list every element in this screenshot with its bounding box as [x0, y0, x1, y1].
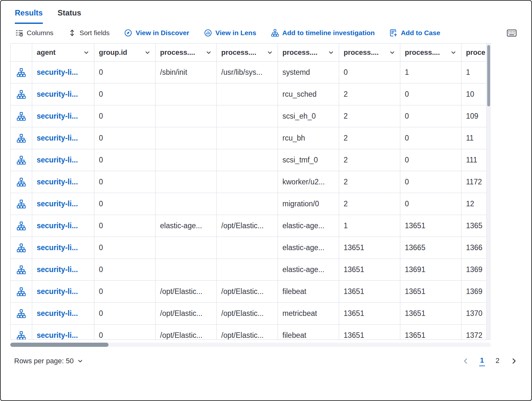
analyze-event-button[interactable]: [11, 149, 32, 171]
chevron-down-icon[interactable]: [205, 49, 212, 56]
tab-status[interactable]: Status: [58, 8, 81, 24]
column-header-label: agent: [37, 48, 56, 57]
agent-link[interactable]: security-li...: [32, 83, 94, 105]
grid-table: agentgroup.idprocess....process....proce…: [10, 43, 491, 340]
analyze-event-button[interactable]: [11, 259, 32, 281]
grid-cell: 2: [339, 193, 400, 215]
sort-fields-button[interactable]: Sort fields: [68, 29, 109, 37]
analyze-event-button[interactable]: [11, 215, 32, 237]
chevron-down-icon[interactable]: [144, 49, 151, 56]
column-header-process-4[interactable]: process....: [278, 44, 339, 62]
add-to-case-label: Add to Case: [401, 29, 441, 37]
analyze-event-icon: [17, 309, 26, 318]
horizontal-scrollbar[interactable]: [10, 343, 491, 347]
agent-link[interactable]: security-li...: [32, 237, 94, 259]
horizontal-scrollbar-thumb[interactable]: [10, 343, 109, 347]
agent-link[interactable]: security-li...: [32, 127, 94, 149]
analyze-event-button[interactable]: [11, 281, 32, 303]
grid-cell: 0: [400, 83, 461, 105]
grid-cell: 0: [94, 281, 156, 303]
agent-link[interactable]: security-li...: [32, 62, 94, 83]
table-row: security-li...0/opt/Elastic.../opt/Elast…: [11, 281, 491, 303]
previous-page-button[interactable]: [462, 357, 470, 365]
agent-link[interactable]: security-li...: [32, 303, 94, 325]
grid-header-row: agentgroup.idprocess....process....proce…: [11, 44, 491, 62]
table-row: security-li...0rcu_bh2011: [11, 127, 491, 149]
grid-cell: elastic-age...: [278, 259, 339, 281]
rows-per-page-button[interactable]: Rows per page: 50: [14, 357, 83, 365]
grid-cell: /usr/lib/sys...: [217, 62, 278, 83]
discover-icon: [124, 29, 132, 37]
grid-cell: [217, 105, 278, 127]
column-header-label: process....: [282, 48, 318, 57]
chevron-down-icon[interactable]: [328, 49, 334, 56]
agent-link[interactable]: security-li...: [32, 193, 94, 215]
grid-cell: 1: [400, 62, 461, 83]
vertical-scrollbar[interactable]: [486, 44, 491, 339]
table-row: security-li...0kworker/u2...201172: [11, 171, 491, 193]
table-row: security-li...0migration/02012: [11, 193, 491, 215]
grid-cell: [217, 259, 278, 281]
analyze-event-icon: [17, 178, 26, 187]
agent-link[interactable]: security-li...: [32, 105, 94, 127]
analyze-event-button[interactable]: [11, 193, 32, 215]
agent-link[interactable]: security-li...: [32, 259, 94, 281]
agent-link[interactable]: security-li...: [32, 171, 94, 193]
analyze-event-icon: [17, 200, 26, 209]
columns-button[interactable]: Columns: [15, 29, 53, 37]
column-header-process-2[interactable]: process....: [156, 44, 217, 62]
grid-cell: 13651: [339, 259, 400, 281]
agent-link[interactable]: security-li...: [32, 149, 94, 171]
analyze-event-button[interactable]: [11, 105, 32, 127]
analyze-event-icon: [17, 287, 26, 296]
header-corner-cell: [11, 44, 32, 62]
analyze-event-button[interactable]: [11, 303, 32, 325]
grid-cell: 13651: [400, 215, 461, 237]
next-page-button[interactable]: [510, 357, 518, 365]
column-header-process-6[interactable]: process....: [400, 44, 461, 62]
grid-cell: 0: [400, 193, 461, 215]
grid-cell: [156, 83, 217, 105]
grid-cell: 0: [94, 193, 156, 215]
column-header-process-3[interactable]: process....: [217, 44, 278, 62]
agent-link[interactable]: security-li...: [32, 281, 94, 303]
grid-cell: 13651: [400, 303, 461, 325]
grid-cell: [217, 83, 278, 105]
agent-link[interactable]: security-li...: [32, 325, 94, 340]
view-in-discover-button[interactable]: View in Discover: [124, 29, 189, 37]
analyze-event-button[interactable]: [11, 237, 32, 259]
add-to-timeline-button[interactable]: Add to timeline investigation: [271, 29, 375, 37]
keyboard-shortcuts-button[interactable]: [507, 29, 517, 37]
column-header-label: process....: [160, 48, 195, 57]
view-in-lens-button[interactable]: View in Lens: [204, 29, 256, 37]
analyze-event-button[interactable]: [11, 62, 32, 83]
vertical-scrollbar-thumb[interactable]: [487, 45, 490, 106]
agent-link[interactable]: security-li...: [32, 215, 94, 237]
chevron-down-icon[interactable]: [267, 49, 273, 56]
analyze-event-icon: [17, 68, 26, 77]
analyze-event-button[interactable]: [11, 83, 32, 105]
chevron-down-icon[interactable]: [83, 49, 90, 56]
grid-cell: [217, 127, 278, 149]
page-1-button[interactable]: 1: [479, 356, 485, 366]
grid-body: security-li...0/sbin/init/usr/lib/sys...…: [11, 62, 491, 340]
analyze-event-button[interactable]: [11, 171, 32, 193]
column-header-groupid-1[interactable]: group.id: [94, 44, 156, 62]
page-2-button[interactable]: 2: [495, 356, 500, 366]
chevron-down-icon[interactable]: [450, 49, 457, 56]
grid-cell: migration/0: [278, 193, 339, 215]
tab-results[interactable]: Results: [15, 8, 43, 24]
chevron-down-icon[interactable]: [389, 49, 395, 56]
analyze-event-icon: [17, 134, 26, 143]
column-header-process-5[interactable]: process....: [339, 44, 400, 62]
grid-cell: 13651: [339, 281, 400, 303]
analyze-event-icon: [17, 243, 26, 252]
pagination: 1 2: [462, 356, 518, 366]
grid-cell: /opt/Elastic...: [156, 281, 217, 303]
table-row: security-li...0rcu_sched2010: [11, 83, 491, 105]
grid-cell: elastic-age...: [278, 237, 339, 259]
column-header-agent-0[interactable]: agent: [32, 44, 94, 62]
analyze-event-button[interactable]: [11, 127, 32, 149]
add-to-case-button[interactable]: Add to Case: [390, 29, 441, 37]
analyze-event-button[interactable]: [11, 325, 32, 340]
